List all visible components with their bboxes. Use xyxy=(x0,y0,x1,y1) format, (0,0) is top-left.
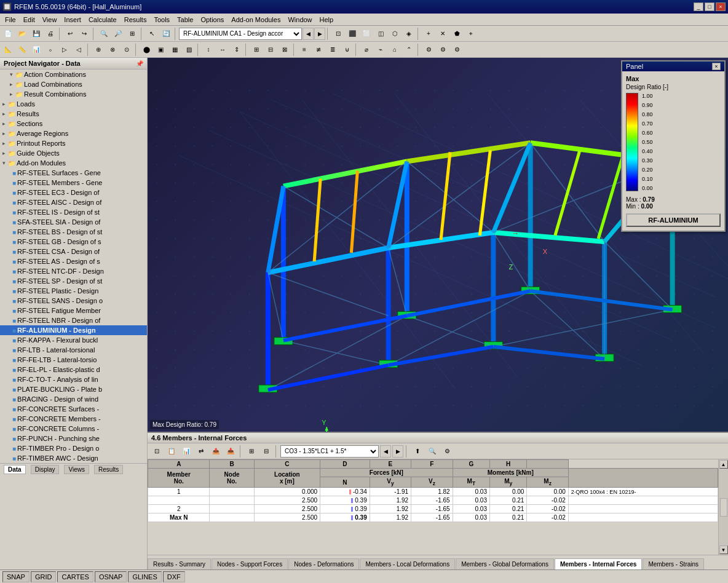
menu-options[interactable]: Options xyxy=(197,15,228,25)
tb-b2[interactable]: ⬛ xyxy=(346,27,359,41)
tree-item-23[interactable]: ■RF-STEEL SANS - Design o xyxy=(0,296,147,306)
tb2-14[interactable]: ↕ xyxy=(202,43,215,57)
bottom-tab-members---internal-forces[interactable]: Members - Internal Forces xyxy=(555,558,642,569)
tree-item-4[interactable]: ▸📁Results xyxy=(0,109,147,119)
combo-prev[interactable]: ◀ xyxy=(303,28,314,40)
tb2-21[interactable]: ≢ xyxy=(312,43,325,57)
menu-tools[interactable]: Tools xyxy=(150,15,173,25)
dt-filter[interactable]: 🔍 xyxy=(425,445,439,458)
tb-b4[interactable]: ◫ xyxy=(374,27,387,41)
tb2-13[interactable]: ▧ xyxy=(182,43,196,57)
tb2-19[interactable]: ⊠ xyxy=(278,43,291,57)
tree-item-36[interactable]: ■RF-CONCRETE Columns - xyxy=(0,424,147,434)
tb-c4[interactable]: ⌖ xyxy=(464,27,478,41)
bottom-tab-members---local-deformations[interactable]: Members - Local Deformations xyxy=(360,558,455,569)
scroll-thumb[interactable] xyxy=(720,498,727,517)
tb2-17[interactable]: ⊞ xyxy=(250,43,263,57)
tree-item-35[interactable]: ■RF-CONCRETE Members - xyxy=(0,414,147,424)
tb2-11[interactable]: ▣ xyxy=(154,43,167,57)
tb2-9[interactable]: ⊙ xyxy=(120,43,133,57)
tb2-12[interactable]: ▦ xyxy=(168,43,181,57)
menu-results[interactable]: Results xyxy=(121,15,151,25)
scrollbar-right[interactable]: ▲ ▼ xyxy=(718,459,728,555)
data-combo-next[interactable]: ▶ xyxy=(392,445,403,458)
tb2-24[interactable]: ⌀ xyxy=(360,43,373,57)
tree-item-14[interactable]: ■RF-STEEL IS - Design of st xyxy=(0,207,147,217)
tree-item-18[interactable]: ■RF-STEEL CSA - Design of xyxy=(0,247,147,256)
tb2-30[interactable]: ⚙ xyxy=(450,43,464,57)
maximize-btn[interactable]: □ xyxy=(705,2,714,11)
tree-item-16[interactable]: ■RF-STEEL BS - Design of st xyxy=(0,227,147,237)
tb-print[interactable]: 🖨 xyxy=(44,27,57,41)
tb-b1[interactable]: ⊡ xyxy=(331,27,345,41)
nav-tab-results[interactable]: Results xyxy=(94,465,123,474)
tree-item-20[interactable]: ■RF-STEEL NTC-DF - Design xyxy=(0,266,147,276)
menu-addon[interactable]: Add-on Modules xyxy=(228,15,284,25)
panel-close-btn[interactable]: × xyxy=(712,63,721,70)
module-combo[interactable]: RF-ALUMINIUM CA1 - Design accor xyxy=(179,28,302,40)
tree-item-21[interactable]: ■RF-STEEL SP - Design of st xyxy=(0,276,147,286)
scroll-up-btn[interactable]: ▲ xyxy=(719,460,728,469)
bottom-tab-members---strains[interactable]: Members - Strains xyxy=(643,558,704,569)
menu-edit[interactable]: Edit xyxy=(20,15,39,25)
tb-b6[interactable]: ◈ xyxy=(402,27,416,41)
tb-c1[interactable]: + xyxy=(422,27,435,41)
tb-open[interactable]: 📂 xyxy=(15,27,29,41)
sidebar-pin[interactable]: 📌 xyxy=(136,60,143,67)
scroll-down-btn[interactable]: ▼ xyxy=(719,545,728,554)
menu-help[interactable]: Help xyxy=(316,15,338,25)
tb2-7[interactable]: ⊕ xyxy=(92,43,105,57)
tb-redo[interactable]: ↪ xyxy=(77,27,91,41)
status-item-dxf[interactable]: DXF xyxy=(163,571,185,582)
tree-item-22[interactable]: ■RF-STEEL Plastic - Design xyxy=(0,286,147,296)
tree-item-10[interactable]: ■RF-STEEL Surfaces - Gene xyxy=(0,168,147,178)
tb-c3[interactable]: ⬟ xyxy=(450,27,464,41)
tree-item-38[interactable]: ■RF-TIMBER Pro - Design o xyxy=(0,443,147,453)
menu-insert[interactable]: Insert xyxy=(60,15,85,25)
tb2-23[interactable]: ⊌ xyxy=(340,43,354,57)
tb-zoom-all[interactable]: ⊞ xyxy=(125,27,139,41)
tb-zoom-out[interactable]: 🔎 xyxy=(111,27,125,41)
nav-tab-data[interactable]: Data xyxy=(4,465,26,474)
menu-window[interactable]: Window xyxy=(284,15,315,25)
dt-btn8[interactable]: ⊟ xyxy=(259,445,273,458)
status-item-glines[interactable]: GLINES xyxy=(128,571,161,582)
tb2-3[interactable]: 📊 xyxy=(30,43,43,57)
dt-btn7[interactable]: ⊞ xyxy=(245,445,258,458)
table-row-1[interactable]: 2.500 0.39 1.92 -1.65 0.03 0.21 -0.02 xyxy=(148,496,718,505)
tb2-6[interactable]: ◁ xyxy=(72,43,85,57)
menu-view[interactable]: View xyxy=(39,15,61,25)
dt-btn5[interactable]: 📤 xyxy=(209,445,223,458)
tree-item-7[interactable]: ▸📁Printout Reports xyxy=(0,138,147,148)
close-btn[interactable]: × xyxy=(716,2,726,11)
tb2-28[interactable]: ⚙ xyxy=(422,43,435,57)
tree-item-2[interactable]: ▸📁Result Combinations xyxy=(0,89,147,99)
tree-item-15[interactable]: ■SFA-STEEL SIA - Design of xyxy=(0,217,147,227)
tb-new[interactable]: 📄 xyxy=(1,27,15,41)
status-item-snap[interactable]: SNAP xyxy=(2,571,30,582)
tb2-29[interactable]: ⚙ xyxy=(436,43,449,57)
tree-item-24[interactable]: ■RF-STEEL Fatigue Member xyxy=(0,306,147,315)
tree-item-11[interactable]: ■RF-STEEL Members - Gene xyxy=(0,178,147,188)
tb2-22[interactable]: ≣ xyxy=(326,43,339,57)
tb2-20[interactable]: ≡ xyxy=(298,43,311,57)
tree-item-6[interactable]: ▸📁Average Regions xyxy=(0,129,147,138)
dt-export[interactable]: ⬆ xyxy=(411,445,424,458)
tb-undo[interactable]: ↩ xyxy=(63,27,77,41)
tree-item-1[interactable]: ▸📁Load Combinations xyxy=(0,79,147,89)
nav-tab-views[interactable]: Views xyxy=(64,465,89,474)
menu-calculate[interactable]: Calculate xyxy=(85,15,121,25)
tree-item-32[interactable]: ■PLATE-BUCKLING - Plate b xyxy=(0,384,147,394)
tree-item-34[interactable]: ■RF-CONCRETE Surfaces - xyxy=(0,404,147,414)
tree-item-9[interactable]: ▾📁Add-on Modules xyxy=(0,158,147,168)
title-bar-controls[interactable]: _ □ × xyxy=(694,2,726,11)
tree-item-37[interactable]: ■RF-PUNCH - Punching she xyxy=(0,434,147,443)
tree-item-30[interactable]: ■RF-EL-PL - Elastic-plastic d xyxy=(0,365,147,375)
table-row-3[interactable]: Max N 2.500 0.39 1.92 -1.65 0.03 0.21 -0… xyxy=(148,514,718,522)
dt-btn4[interactable]: ⇄ xyxy=(194,445,208,458)
status-item-cartes[interactable]: CARTES xyxy=(57,571,93,582)
combo-next[interactable]: ▶ xyxy=(314,28,325,40)
tree-item-33[interactable]: ■BRACING - Design of wind xyxy=(0,394,147,404)
bottom-tab-results---summary[interactable]: Results - Summary xyxy=(148,558,211,569)
table-row-0[interactable]: 1 0.000 -0.34 -1.91 1.82 0.03 0.00 0.00 … xyxy=(148,488,718,496)
